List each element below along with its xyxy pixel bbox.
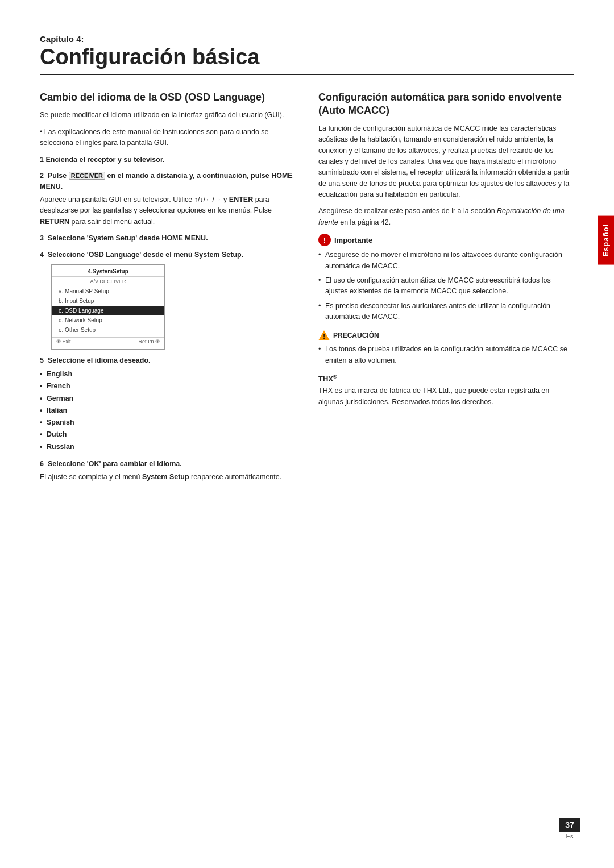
section2-body2: Asegúrese de realizar este paso antes de… xyxy=(318,206,574,228)
page-number: 37 xyxy=(559,818,580,832)
section1-bullet-intro: • Las explicaciones de este manual de in… xyxy=(40,127,296,149)
thx-body: THX es una marca de fábrica de THX Ltd.,… xyxy=(318,385,574,408)
osd-menu-title: 4.SystemSetup xyxy=(52,268,164,277)
step2-heading: 2 Pulse RECEIVER en el mando a distancia… xyxy=(40,171,296,192)
step6-heading: 6 Seleccione 'OK' para cambiar el idioma… xyxy=(40,459,296,470)
two-col-layout: Cambio del idioma de la OSD (OSD Languag… xyxy=(40,91,574,486)
step3-heading: 3 Seleccione 'System Setup' desde HOME M… xyxy=(40,233,296,244)
chapter-label: Capítulo 4: xyxy=(40,34,574,44)
section2-title: Configuración automática para sonido env… xyxy=(318,91,574,118)
precaucion-item-0: Los tonos de prueba utilizados en la con… xyxy=(318,344,574,366)
osd-item-3: d. Network Setup xyxy=(52,315,164,325)
precaucion-header: ! PRECAUCIÓN xyxy=(318,330,574,340)
importante-item-2: Es preciso desconectar los auriculares a… xyxy=(318,301,574,323)
section1-title: Cambio del idioma de la OSD (OSD Languag… xyxy=(40,91,296,104)
precaucion-items: Los tonos de prueba utilizados en la con… xyxy=(318,344,574,366)
osd-menu-box: 4.SystemSetup A/V RECEIVER a. Manual SP … xyxy=(51,264,165,350)
precaucion-box: ! PRECAUCIÓN Los tonos de prueba utiliza… xyxy=(318,330,574,366)
side-tab-label: Español xyxy=(601,224,610,257)
lang-italian: Italian xyxy=(40,405,296,417)
osd-footer-right: Return ⑧ xyxy=(138,339,160,344)
page-lang: Es xyxy=(566,833,574,840)
chapter-title: Configuración básica xyxy=(40,45,574,75)
step4-heading: 4 Seleccione 'OSD Language' desde el men… xyxy=(40,250,296,260)
importante-heading: Importante xyxy=(334,236,372,244)
warning-icon: ! xyxy=(318,330,330,340)
left-column: Cambio del idioma de la OSD (OSD Languag… xyxy=(40,91,296,486)
importante-icon: ! xyxy=(318,234,331,246)
osd-item-2: c. OSD Language xyxy=(52,306,164,315)
language-list: English French German Italian Spanish Du… xyxy=(40,368,296,453)
lang-russian: Russian xyxy=(40,441,296,453)
lang-spanish: Spanish xyxy=(40,417,296,429)
osd-menu-footer: ⑧ Exit Return ⑧ xyxy=(52,337,164,346)
step6-body: El ajuste se completa y el menú System S… xyxy=(40,472,296,483)
osd-item-1: b. Input Setup xyxy=(52,296,164,306)
lang-german: German xyxy=(40,393,296,405)
importante-item-0: Asegúrese de no mover el micrófono ni lo… xyxy=(318,250,574,272)
importante-box: ! Importante Asegúrese de no mover el mi… xyxy=(318,234,574,322)
precaucion-heading: PRECAUCIÓN xyxy=(333,331,379,339)
importante-header: ! Importante xyxy=(318,234,574,246)
osd-item-0: a. Manual SP Setup xyxy=(52,286,164,296)
side-tab: Español xyxy=(598,216,614,265)
lang-french: French xyxy=(40,380,296,392)
page-container: Español Capítulo 4: Configuración básica… xyxy=(0,0,614,868)
step5-heading: 5 Seleccione el idioma deseado. xyxy=(40,355,296,366)
osd-item-4: e. Other Setup xyxy=(52,325,164,335)
step1-heading: 1 Encienda el receptor y su televisor. xyxy=(40,155,296,165)
thx-sup: ® xyxy=(333,374,337,380)
section1-intro: Se puede modificar el idioma utilizado e… xyxy=(40,110,296,121)
lang-dutch: Dutch xyxy=(40,429,296,441)
page-number-box: 37 Es xyxy=(559,818,580,840)
lang-english: English xyxy=(40,368,296,380)
osd-menu-subtitle: A/V RECEIVER xyxy=(52,279,164,284)
svg-text:!: ! xyxy=(323,334,325,340)
step2-body: Aparece una pantalla GUI en su televisor… xyxy=(40,194,296,227)
thx-heading: THX® xyxy=(318,374,574,383)
right-column: Configuración automática para sonido env… xyxy=(318,91,574,486)
importante-items: Asegúrese de no mover el micrófono ni lo… xyxy=(318,250,574,322)
section2-body1: La función de configuración automática d… xyxy=(318,123,574,201)
thx-section: THX® THX es una marca de fábrica de THX … xyxy=(318,374,574,408)
osd-footer-left: ⑧ Exit xyxy=(56,339,71,344)
importante-item-1: El uso de configuración automática de MC… xyxy=(318,275,574,297)
